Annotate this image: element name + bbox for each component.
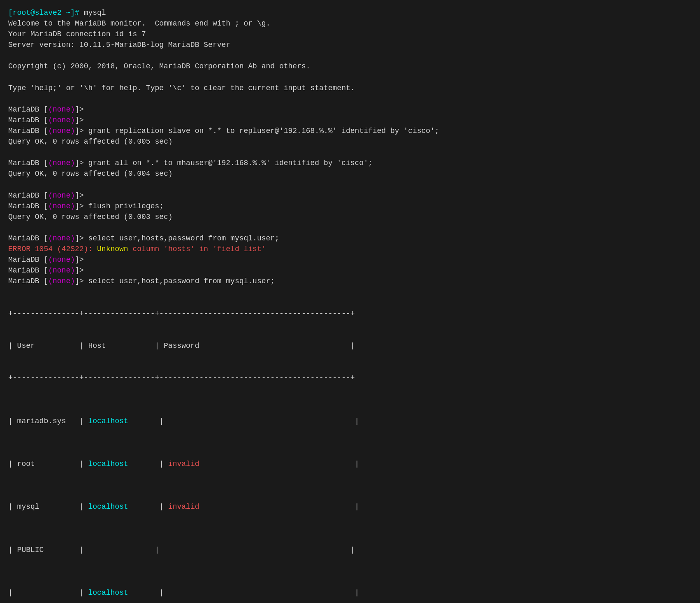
table-top-border: +---------------+----------------+------… bbox=[8, 308, 692, 319]
table-header: | User | Host | Password | bbox=[8, 340, 692, 351]
line-14 bbox=[8, 147, 692, 158]
line-10: MariaDB [(none)]> bbox=[8, 104, 692, 115]
line-5 bbox=[8, 50, 692, 61]
line-18: MariaDB [(none)]> bbox=[8, 190, 692, 201]
line-16: Query OK, 0 rows affected (0.004 sec) bbox=[8, 168, 692, 179]
line-2: Welcome to the MariaDB monitor. Commands… bbox=[8, 18, 692, 29]
line-12: MariaDB [(none)]> grant replication slav… bbox=[8, 126, 692, 136]
table-row-public: | PUBLIC | | | bbox=[8, 545, 692, 555]
table-row-root: | root | localhost | invalid | bbox=[8, 459, 692, 469]
table-header-border: +---------------+----------------+------… bbox=[8, 373, 692, 383]
query-result-table: +---------------+----------------+------… bbox=[8, 286, 692, 603]
table-row-mysql: | mysql | localhost | invalid | bbox=[8, 501, 692, 512]
line-19: MariaDB [(none)]> flush privileges; bbox=[8, 201, 692, 212]
line-25: MariaDB [(none)]> bbox=[8, 265, 692, 276]
line-3: Your MariaDB connection id is 7 bbox=[8, 29, 692, 40]
table-row-empty-localhost: | | localhost | | bbox=[8, 587, 692, 598]
line-9 bbox=[8, 93, 692, 104]
table-row-mariadb-sys: | mariadb.sys | localhost | | bbox=[8, 416, 692, 426]
line-23-error: ERROR 1054 (42S22): Unknown column 'host… bbox=[8, 244, 692, 254]
line-22: MariaDB [(none)]> select user,hosts,pass… bbox=[8, 233, 692, 244]
line-15: MariaDB [(none)]> grant all on *.* to mh… bbox=[8, 158, 692, 168]
line-13: Query OK, 0 rows affected (0.005 sec) bbox=[8, 136, 692, 147]
line-8: Type 'help;' or '\h' for help. Type '\c'… bbox=[8, 83, 692, 93]
line-6: Copyright (c) 2000, 2018, Oracle, MariaD… bbox=[8, 61, 692, 72]
line-21 bbox=[8, 222, 692, 233]
line-11: MariaDB [(none)]> bbox=[8, 115, 692, 126]
line-7 bbox=[8, 72, 692, 83]
line-26: MariaDB [(none)]> select user,host,passw… bbox=[8, 276, 692, 286]
line-17 bbox=[8, 179, 692, 190]
line-24: MariaDB [(none)]> bbox=[8, 254, 692, 265]
line-20: Query OK, 0 rows affected (0.003 sec) bbox=[8, 212, 692, 222]
line-1: [root@slave2 ~]# mysql bbox=[8, 7, 692, 18]
line-4: Server version: 10.11.5-MariaDB-log Mari… bbox=[8, 40, 692, 50]
terminal-window: [root@slave2 ~]# mysql Welcome to the Ma… bbox=[8, 7, 692, 603]
